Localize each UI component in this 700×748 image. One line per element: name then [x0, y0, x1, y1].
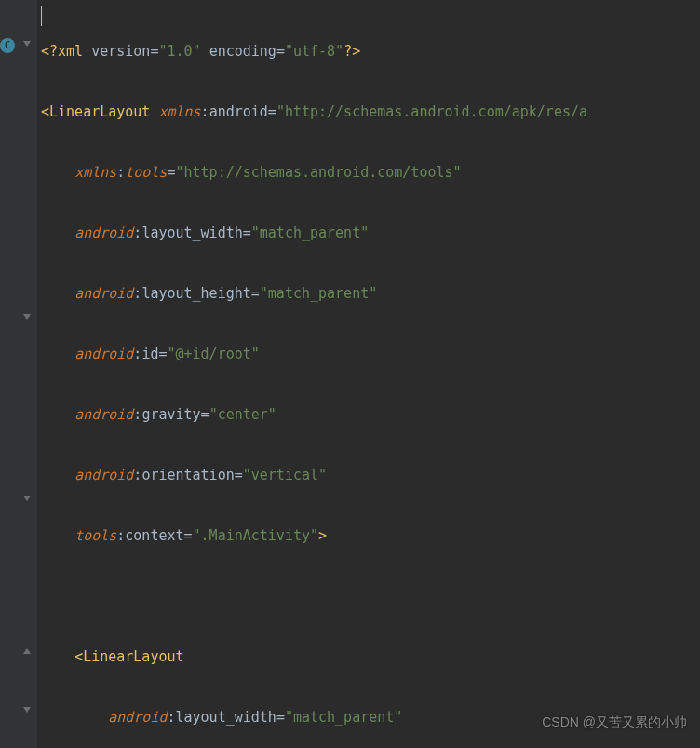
code-line[interactable]: <?xml version="1.0" encoding="utf-8"?>: [41, 36, 587, 67]
fold-up-icon[interactable]: [20, 644, 34, 657]
fold-icon[interactable]: [20, 493, 34, 506]
code-line[interactable]: android:gravity="center": [41, 400, 587, 430]
code-line[interactable]: android:layout_width="match_parent": [41, 702, 587, 733]
breakpoint-icon[interactable]: C: [0, 38, 15, 53]
code-line[interactable]: xmlns:tools="http://schemas.android.com/…: [41, 157, 587, 188]
code-line[interactable]: android:layout_height="match_parent": [41, 279, 587, 309]
gutter: C: [0, 0, 37, 748]
code-editor[interactable]: <?xml version="1.0" encoding="utf-8"?> <…: [41, 6, 587, 748]
code-line[interactable]: [41, 581, 587, 612]
fold-icon[interactable]: [20, 38, 34, 51]
watermark-text: CSDN @又苦又累的小帅: [542, 707, 687, 738]
fold-icon[interactable]: [20, 704, 34, 717]
code-line[interactable]: android:layout_width="match_parent": [41, 218, 587, 249]
code-line[interactable]: <LinearLayout: [41, 642, 587, 673]
code-line[interactable]: <LinearLayout xmlns:android="http://sche…: [41, 97, 587, 128]
code-line[interactable]: android:orientation="vertical": [41, 460, 587, 491]
code-line[interactable]: android:id="@+id/root": [41, 339, 587, 370]
fold-icon[interactable]: [20, 311, 34, 324]
code-line[interactable]: tools:context=".MainActivity">: [41, 521, 587, 551]
